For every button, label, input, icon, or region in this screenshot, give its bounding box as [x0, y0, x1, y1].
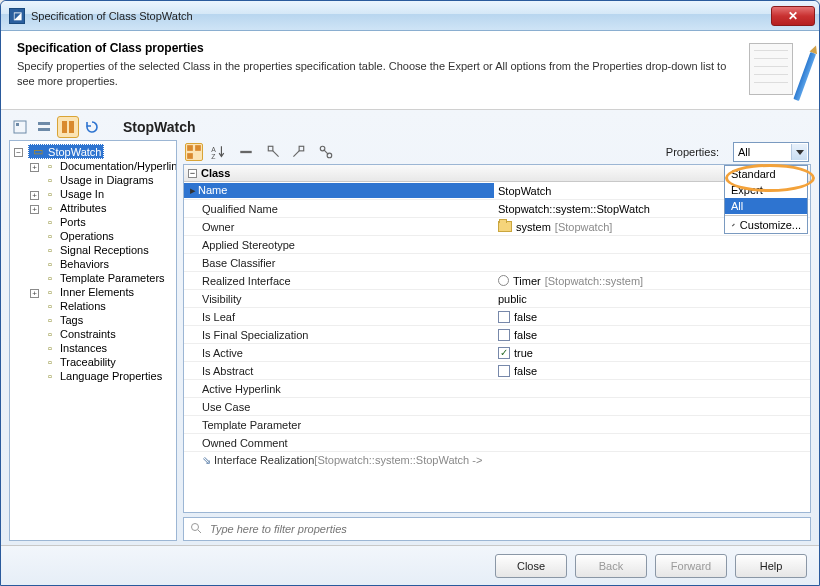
filter-input[interactable] — [208, 522, 804, 536]
tree-node-icon: ▫ — [43, 258, 57, 270]
dropdown-option-standard[interactable]: Standard — [725, 166, 807, 182]
group-label: Class — [201, 167, 230, 179]
svg-rect-1 — [16, 123, 19, 126]
svg-rect-6 — [187, 145, 193, 151]
tree-item-label: Behaviors — [60, 258, 109, 270]
tree-node-icon: ▫ — [43, 174, 57, 186]
tree-item-label: Traceability — [60, 356, 116, 368]
row-use-case[interactable]: Use Case — [184, 398, 810, 416]
tree-item-label: Signal Receptions — [60, 244, 149, 256]
tree-node-icon: ▫ — [43, 244, 57, 256]
sort-grouped-icon[interactable] — [185, 143, 203, 161]
interface-icon — [498, 275, 509, 286]
tree-node-icon: ▫ — [43, 286, 57, 298]
row-base-classifier[interactable]: Base Classifier — [184, 254, 810, 272]
row-owner[interactable]: Owner system[Stopwatch] — [184, 218, 810, 236]
tree-item[interactable]: ▫Tags — [28, 313, 174, 327]
tree-item[interactable]: ▫Usage in Diagrams — [28, 173, 174, 187]
toolbar-view1-icon[interactable] — [9, 116, 31, 138]
tree-expander-icon — [30, 245, 39, 254]
tree-item[interactable]: ▫Traceability — [28, 355, 174, 369]
tool-a-icon[interactable] — [265, 143, 283, 161]
toolbar-refresh-icon[interactable] — [81, 116, 103, 138]
collapse-icon[interactable]: − — [188, 169, 197, 178]
properties-label: Properties: — [666, 146, 719, 158]
tree-expander-icon[interactable]: + — [30, 163, 39, 172]
tree-expander-icon — [30, 217, 39, 226]
titlebar: ◪ Specification of Class StopWatch ✕ — [1, 1, 819, 31]
tree-node-icon: ▫ — [43, 160, 57, 172]
tree-expander-icon[interactable]: + — [30, 191, 39, 200]
expand-icon[interactable] — [237, 143, 255, 161]
tree-expander-icon[interactable]: + — [30, 205, 39, 214]
svg-rect-12 — [268, 146, 273, 151]
tree-item[interactable]: ▫Ports — [28, 215, 174, 229]
row-owned-comment[interactable]: Owned Comment — [184, 434, 810, 452]
property-grid[interactable]: − Class ▸Name StopWatch Qualified Name S… — [183, 164, 811, 513]
back-button[interactable]: Back — [575, 554, 647, 578]
tree-expander-icon[interactable]: − — [14, 148, 23, 157]
footer: Close Back Forward Help — [1, 545, 819, 585]
svg-rect-13 — [299, 146, 304, 151]
tool-b-icon[interactable] — [289, 143, 307, 161]
row-template-parameter[interactable]: Template Parameter — [184, 416, 810, 434]
tree-item[interactable]: ▫Instances — [28, 341, 174, 355]
tree-item[interactable]: +▫Inner Elements — [28, 285, 174, 299]
row-is-abstract[interactable]: Is Abstractfalse — [184, 362, 810, 380]
checkbox-icon[interactable] — [498, 329, 510, 341]
tree-item-label: Operations — [60, 230, 114, 242]
tree-item[interactable]: +▫Documentation/Hyperlinks — [28, 159, 174, 173]
tree-item[interactable]: ▫Behaviors — [28, 257, 174, 271]
tool-c-icon[interactable] — [317, 143, 335, 161]
row-name[interactable]: ▸Name StopWatch — [184, 182, 810, 200]
class-icon: ▭ — [31, 145, 45, 158]
forward-button[interactable]: Forward — [655, 554, 727, 578]
group-header[interactable]: − Class — [184, 165, 810, 182]
window-close-button[interactable]: ✕ — [771, 6, 815, 26]
tree-item[interactable]: ▫Constraints — [28, 327, 174, 341]
row-qualified-name[interactable]: Qualified Name Stopwatch::system::StopWa… — [184, 200, 810, 218]
tree-item[interactable]: ▫Relations — [28, 299, 174, 313]
dropdown-option-all[interactable]: All — [725, 198, 807, 214]
row-visibility[interactable]: Visibilitypublic — [184, 290, 810, 308]
dropdown-option-customize[interactable]: Customize... — [725, 217, 807, 233]
tree-item[interactable]: ▫Signal Receptions — [28, 243, 174, 257]
tree-expander-icon[interactable]: + — [30, 289, 39, 298]
close-button[interactable]: Close — [495, 554, 567, 578]
tree-item[interactable]: +▫Usage In — [28, 187, 174, 201]
toolbar-view2-icon[interactable] — [33, 116, 55, 138]
dropdown-option-expert[interactable]: Expert — [725, 182, 807, 198]
tree-expander-icon — [30, 343, 39, 352]
checkbox-icon[interactable] — [498, 365, 510, 377]
row-is-leaf[interactable]: Is Leaffalse — [184, 308, 810, 326]
window-title: Specification of Class StopWatch — [31, 10, 771, 22]
tree-node-icon: ▫ — [43, 356, 57, 368]
checkbox-checked-icon[interactable] — [498, 347, 510, 359]
tree-expander-icon — [30, 273, 39, 282]
properties-dropdown[interactable]: All Standard Expert All Customize... — [733, 142, 809, 162]
sort-az-icon[interactable]: AZ — [209, 143, 227, 161]
tree-item[interactable]: ▫Template Parameters — [28, 271, 174, 285]
navigation-tree[interactable]: − ▭ StopWatch +▫Documentation/Hyperlinks… — [9, 140, 177, 541]
tree-node-icon: ▫ — [43, 230, 57, 242]
row-is-final-specialization[interactable]: Is Final Specializationfalse — [184, 326, 810, 344]
toolbar-view3-icon[interactable] — [57, 116, 79, 138]
chevron-down-icon — [791, 144, 807, 160]
main-title: StopWatch — [123, 119, 196, 135]
tree-node-icon: ▫ — [43, 300, 57, 312]
tree-item[interactable]: ▫Operations — [28, 229, 174, 243]
row-is-active[interactable]: Is Activetrue — [184, 344, 810, 362]
folder-icon — [498, 221, 512, 232]
realization-link-icon: ⇘ — [202, 454, 211, 466]
dropdown-customize-label: Customize... — [740, 219, 801, 231]
row-active-hyperlink[interactable]: Active Hyperlink — [184, 380, 810, 398]
checkbox-icon[interactable] — [498, 311, 510, 323]
wrench-icon — [731, 219, 736, 231]
help-button[interactable]: Help — [735, 554, 807, 578]
tree-item[interactable]: +▫Attributes — [28, 201, 174, 215]
row-realized-interface[interactable]: Realized Interface Timer[Stopwatch::syst… — [184, 272, 810, 290]
tree-root[interactable]: ▭ StopWatch — [28, 144, 104, 159]
tree-node-icon: ▫ — [43, 370, 57, 382]
row-applied-stereotype[interactable]: Applied Stereotype — [184, 236, 810, 254]
tree-item[interactable]: ▫Language Properties — [28, 369, 174, 383]
